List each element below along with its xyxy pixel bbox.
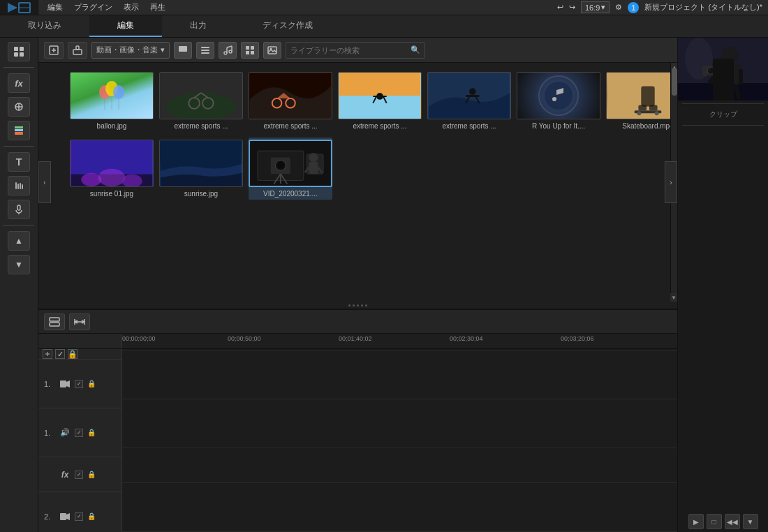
scroll-down-btn[interactable]: ▼ xyxy=(670,293,677,302)
media-item-extreme2[interactable]: extreme sports ... xyxy=(249,70,332,132)
preview-rewind-btn[interactable]: ◀◀ xyxy=(725,514,740,529)
track-label-fx: fx ✓ 🔒 xyxy=(38,457,121,492)
view-photo-btn[interactable] xyxy=(263,42,281,59)
search-input[interactable] xyxy=(290,46,408,54)
svg-rect-99 xyxy=(60,380,66,387)
menu-bar: ファイル 編集 プラグイン 表示 再生 ↩ ↪ 16:9 ▾ ⚙ 1 新規プロジ… xyxy=(0,0,768,15)
media-label-extreme4: extreme sports ... xyxy=(427,122,511,130)
media-item-vid[interactable]: VID_20200321.... xyxy=(249,138,332,200)
menu-play[interactable]: 再生 xyxy=(150,2,165,13)
media-item-extreme4[interactable]: extreme sports ... xyxy=(427,70,511,132)
settings-icon[interactable]: ⚙ xyxy=(615,3,622,12)
svg-rect-107 xyxy=(720,64,741,84)
svg-rect-105 xyxy=(678,83,769,101)
track-add-btn[interactable] xyxy=(43,349,52,359)
media-thumb-extreme1 xyxy=(159,72,243,119)
media-label-vid: VID_20200321.... xyxy=(249,190,332,198)
svg-point-75 xyxy=(81,173,101,186)
audio-btn[interactable] xyxy=(8,176,30,195)
media-item-sunrise1[interactable]: sunrise 01.jpg xyxy=(70,138,154,200)
ratio-badge[interactable]: 16:9 ▾ xyxy=(581,1,610,13)
svg-rect-14 xyxy=(17,205,20,210)
media-item-sunrise2[interactable]: sunrise.jpg xyxy=(159,138,243,200)
motion-btn[interactable] xyxy=(8,97,30,117)
scroll-right-btn[interactable]: › xyxy=(665,161,677,203)
track-check-1[interactable]: ✓ xyxy=(75,380,83,388)
track-check-audio1[interactable]: ✓ xyxy=(75,429,83,437)
tab-edit[interactable]: 編集 xyxy=(89,15,162,37)
tab-disc[interactable]: ディスク作成 xyxy=(235,15,341,37)
view-detail-btn[interactable] xyxy=(196,42,214,59)
media-item-music[interactable]: R You Up for It.... xyxy=(517,70,600,132)
media-thumb-skate xyxy=(606,72,677,119)
preview-clip-label: クリップ xyxy=(707,107,740,122)
preview-panel: クリップ ▶ □ ◀◀ ▼ xyxy=(677,38,768,532)
svg-rect-13 xyxy=(22,184,23,189)
svg-rect-24 xyxy=(201,52,209,54)
track-fx-icon: fx xyxy=(59,469,71,480)
up-btn[interactable]: ▲ xyxy=(8,231,30,251)
media-item-extreme1[interactable]: extreme sports ... xyxy=(159,70,243,132)
scroll-left-btn[interactable]: ‹ xyxy=(38,161,51,203)
preview-forward-btn[interactable]: ▼ xyxy=(743,514,758,529)
track-content-video1 xyxy=(122,350,677,399)
view-music-btn[interactable] xyxy=(219,42,237,59)
preview-stop-btn[interactable]: □ xyxy=(707,514,722,529)
ruler-tick-0: 00;00;00;00 xyxy=(122,335,156,342)
track-lock-fx[interactable]: 🔒 xyxy=(87,471,96,478)
ruler-tick-1: 00;00;50;00 xyxy=(228,335,261,342)
timeline-fit-btn[interactable] xyxy=(69,313,90,330)
svg-marker-102 xyxy=(66,513,70,520)
ruler-offset xyxy=(38,334,122,348)
title-btn[interactable]: T xyxy=(8,152,30,172)
down-btn[interactable]: ▼ xyxy=(8,255,30,274)
track-content-fx xyxy=(122,448,677,483)
track-check-fx[interactable]: ✓ xyxy=(75,471,83,479)
notification-badge[interactable]: 1 xyxy=(628,2,639,13)
menu-plugin[interactable]: プラグイン xyxy=(74,2,112,13)
redo-icon[interactable]: ↪ xyxy=(569,3,575,12)
toolbar-divider-1 xyxy=(3,67,34,68)
plugin-media-btn[interactable] xyxy=(68,42,87,59)
menu-right: ↩ ↪ 16:9 ▾ ⚙ 1 新規プロジェクト (タイトルなし)* xyxy=(557,1,762,13)
scroll-thumb-v[interactable] xyxy=(672,68,677,96)
media-item-skate[interactable]: Skateboard.mp4 xyxy=(606,70,677,132)
menu-edit[interactable]: 編集 xyxy=(47,2,63,13)
media-pool-btn[interactable] xyxy=(8,42,30,61)
media-item-ballon[interactable]: ballon.jpg xyxy=(70,70,154,132)
track-lock-2[interactable]: 🔒 xyxy=(87,512,96,520)
tab-import[interactable]: 取り込み xyxy=(0,15,89,37)
timeline-view-btn[interactable] xyxy=(44,313,65,330)
svg-rect-32 xyxy=(246,51,249,54)
media-item-extreme3[interactable]: extreme sports ... xyxy=(338,70,422,132)
track-header-controls: ✓ 🔒 xyxy=(38,349,121,360)
preview-play-btn[interactable]: ▶ xyxy=(688,514,704,529)
track-lock-1[interactable]: 🔒 xyxy=(87,380,96,387)
track-label-video1: 1. ✓ 🔒 xyxy=(38,360,121,408)
filter-dropdown[interactable]: 動画・画像・音楽 ▾ xyxy=(91,42,170,59)
tab-export[interactable]: 出力 xyxy=(162,15,235,37)
svg-rect-11 xyxy=(17,184,19,189)
color-btn[interactable] xyxy=(8,121,30,140)
ruler-tick-3: 00;02;30;04 xyxy=(450,335,483,342)
search-box[interactable]: 🔍 xyxy=(286,42,425,59)
add-media-btn[interactable] xyxy=(44,42,64,59)
fx-btn[interactable]: fx xyxy=(8,73,30,93)
view-grid-btn[interactable] xyxy=(241,42,259,59)
view-thumbnail-btn[interactable] xyxy=(174,42,192,59)
menu-view[interactable]: 表示 xyxy=(124,2,139,13)
preview-sep-1 xyxy=(682,103,763,104)
media-label-extreme2: extreme sports ... xyxy=(249,122,332,130)
track-lock-audio1[interactable]: 🔒 xyxy=(87,429,96,436)
svg-point-60 xyxy=(469,88,476,95)
track-check-2[interactable]: ✓ xyxy=(75,512,83,521)
track-content xyxy=(122,349,677,532)
mic-btn[interactable] xyxy=(8,200,30,219)
main-area: fx T xyxy=(0,38,768,532)
track-lock-all[interactable]: 🔒 xyxy=(68,349,77,359)
undo-icon[interactable]: ↩ xyxy=(557,3,563,12)
svg-rect-22 xyxy=(201,47,209,48)
track-check-all[interactable]: ✓ xyxy=(55,349,65,359)
svg-rect-33 xyxy=(251,51,254,54)
svg-rect-53 xyxy=(339,73,420,96)
